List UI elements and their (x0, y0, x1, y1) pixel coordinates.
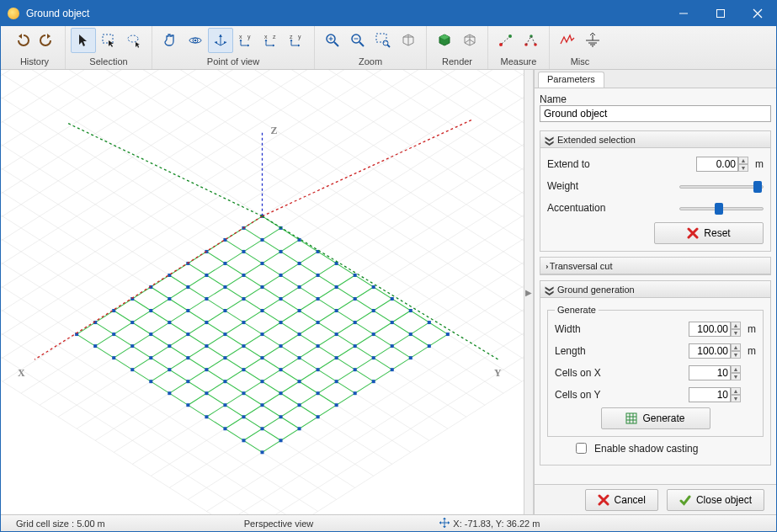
width-input[interactable] (689, 322, 731, 337)
svg-rect-135 (409, 309, 412, 312)
axis-z-label: Z (271, 125, 278, 136)
svg-rect-163 (260, 285, 263, 289)
width-spinner[interactable]: ▲▼ (731, 322, 741, 337)
svg-rect-162 (242, 274, 245, 277)
svg-line-97 (1, 181, 318, 512)
svg-line-33 (387, 45, 390, 47)
status-view-mode: Perspective view (236, 519, 322, 529)
lasso-select-tool[interactable] (121, 28, 146, 53)
axes-view-tool[interactable] (208, 28, 233, 53)
svg-point-5 (128, 35, 138, 42)
view-xy-button[interactable]: xy (233, 28, 258, 53)
section-header-transversal[interactable]: ››Transversal cut (540, 258, 770, 274)
status-grid-size: Grid cell size : 5.00 m (8, 519, 114, 529)
render-wire-button[interactable] (457, 28, 482, 53)
weight-slider[interactable] (679, 179, 764, 193)
svg-rect-190 (317, 368, 320, 371)
extend-to-spinner[interactable]: ▲▼ (738, 157, 748, 172)
svg-rect-158 (391, 344, 394, 348)
cancel-button[interactable]: Cancel (585, 489, 658, 511)
status-bar: Grid cell size : 5.00 m Perspective view… (1, 514, 776, 531)
render-shaded-button[interactable] (432, 28, 457, 53)
svg-line-38 (502, 37, 509, 44)
length-input[interactable] (689, 343, 731, 359)
svg-rect-175 (260, 309, 263, 312)
svg-rect-243 (186, 403, 189, 407)
svg-line-52 (1, 70, 300, 240)
svg-rect-205 (149, 309, 152, 312)
axis-y-label: Y (494, 367, 502, 379)
cellsx-spinner[interactable]: ▲▼ (731, 365, 741, 380)
reset-button[interactable]: Reset (654, 222, 764, 244)
zoom-out-button[interactable] (345, 28, 370, 53)
svg-line-56 (1, 70, 337, 263)
cellsy-label: Cells on Y (555, 389, 689, 401)
view-zy-button[interactable]: zy (284, 28, 309, 53)
extend-to-input[interactable] (696, 157, 738, 172)
shadow-checkbox[interactable] (576, 443, 587, 454)
close-object-button[interactable]: Close object (667, 489, 764, 511)
measure-angle-button[interactable] (519, 28, 544, 53)
zoom-extents-button[interactable] (396, 28, 421, 53)
minimize-button[interactable] (665, 1, 702, 26)
view-xz-button[interactable]: xz (258, 28, 284, 53)
generate-button[interactable]: Generate (601, 407, 710, 429)
orbit-tool[interactable] (183, 28, 208, 53)
svg-point-37 (508, 35, 512, 38)
svg-rect-212 (279, 391, 283, 395)
chevron-down-icon: ❯❯ (545, 285, 555, 294)
maximize-button[interactable] (702, 1, 739, 26)
extend-to-label: Extend to (547, 158, 696, 170)
name-input[interactable] (540, 105, 771, 122)
tab-parameters[interactable]: Parameters (538, 72, 604, 88)
svg-rect-1 (717, 10, 725, 18)
cellsx-input[interactable] (689, 365, 731, 380)
svg-rect-148 (428, 344, 431, 348)
section-header-generation[interactable]: ❯❯Ground generation (540, 281, 770, 298)
svg-rect-185 (223, 309, 226, 312)
svg-rect-230 (168, 368, 171, 371)
redo-button[interactable] (35, 28, 60, 53)
zoom-window-button[interactable] (370, 28, 396, 53)
svg-text:z: z (290, 34, 293, 40)
cellsy-spinner[interactable]: ▲▼ (731, 387, 741, 402)
toolbar: History Selection xy xz zy Point of view… (1, 26, 776, 70)
svg-rect-161 (223, 262, 226, 265)
misc-ground-button[interactable] (580, 28, 605, 53)
length-spinner[interactable]: ▲▼ (731, 343, 741, 359)
misc-wave-button[interactable] (555, 28, 580, 53)
pan-tool[interactable] (157, 28, 183, 53)
close-window-button[interactable] (739, 1, 776, 26)
section-header-extended[interactable]: ❯❯Extended selection (540, 131, 770, 148)
svg-rect-165 (298, 309, 301, 312)
cellsy-input[interactable] (689, 387, 731, 402)
svg-rect-176 (279, 321, 283, 324)
pointer-tool[interactable] (71, 28, 96, 53)
svg-rect-242 (168, 391, 171, 395)
accent-slider[interactable] (679, 201, 764, 215)
width-label: Width (555, 323, 689, 335)
svg-line-87 (1, 122, 411, 453)
svg-rect-206 (168, 321, 171, 324)
group-label-measure: Measure (501, 56, 537, 66)
group-label-render: Render (442, 56, 472, 66)
zoom-in-button[interactable] (320, 28, 345, 53)
svg-rect-241 (149, 380, 152, 383)
svg-rect-151 (260, 262, 263, 265)
splitter-handle[interactable]: ▶ (524, 70, 534, 514)
viewport-3d[interactable]: Z X Y (1, 70, 524, 514)
svg-rect-180 (354, 368, 357, 371)
undo-button[interactable] (9, 28, 35, 53)
svg-line-74 (1, 70, 503, 370)
rect-select-tool[interactable] (96, 28, 121, 53)
svg-rect-173 (223, 285, 226, 289)
svg-rect-213 (298, 403, 301, 407)
svg-line-65 (95, 70, 524, 322)
svg-rect-136 (428, 321, 431, 324)
svg-rect-134 (391, 297, 394, 301)
svg-line-29 (359, 42, 364, 46)
svg-rect-211 (260, 380, 263, 383)
svg-rect-218 (168, 344, 171, 348)
measure-distance-button[interactable] (493, 28, 519, 53)
extend-to-unit: m (752, 158, 764, 170)
